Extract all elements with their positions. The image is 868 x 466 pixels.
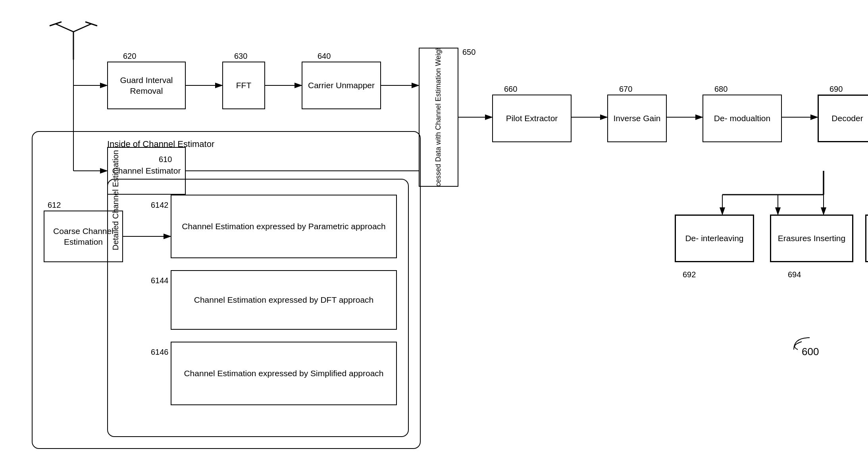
decoder-box: Decoder <box>818 95 868 142</box>
fft-id: 630 <box>234 52 247 61</box>
ce-dft-id: 6144 <box>151 276 169 285</box>
pilot-extractor-id: 660 <box>504 85 517 94</box>
diagram: Guard Interval Removal 620 FFT 630 Carri… <box>0 0 868 466</box>
pilot-extractor-box: Pilot Extractor <box>492 95 572 142</box>
multiplier-box: Multiplier for Processed Data with Chann… <box>419 48 458 187</box>
carrier-unmapper-label: Carrier Unmapper <box>308 80 375 91</box>
ce-simplified-label: Channel Estimation expressed by Simplifi… <box>184 368 383 379</box>
deinterleaving-box: De- interleaving <box>675 215 754 262</box>
multiplier-id: 650 <box>462 48 475 57</box>
demodulation-id: 680 <box>714 85 728 94</box>
decoder-id: 690 <box>830 85 843 94</box>
ce-parametric-box: Channel Estimation expressed by Parametr… <box>171 195 397 258</box>
viterbi-box: Viterbi decoding <box>865 215 868 262</box>
fft-label: FFT <box>236 80 251 91</box>
inverse-gain-id: 670 <box>619 85 632 94</box>
svg-line-22 <box>56 24 73 32</box>
carrier-unmapper-id: 640 <box>318 52 331 61</box>
deinterleaving-label: De- interleaving <box>685 233 743 244</box>
guard-interval-label: Guard Interval Removal <box>108 75 185 97</box>
antenna-icon <box>48 20 99 69</box>
guard-interval-id: 620 <box>123 52 136 61</box>
guard-interval-removal-box: Guard Interval Removal <box>107 62 186 109</box>
ce-parametric-label: Channel Estimation expressed by Parametr… <box>182 221 386 232</box>
pilot-extractor-label: Pilot Extractor <box>506 113 558 124</box>
multiplier-label: Multiplier for Processed Data with Chann… <box>433 48 443 187</box>
ce-parametric-id: 6142 <box>151 201 169 210</box>
ce-simplified-box: Channel Estimation expressed by Simplifi… <box>171 342 397 405</box>
decoder-label: Decoder <box>831 113 863 124</box>
erasures-inserting-id: 694 <box>788 270 801 279</box>
bracket-600 <box>786 334 818 354</box>
demodulation-label: De- modualtion <box>714 113 770 124</box>
erasures-inserting-label: Erasures Inserting <box>778 233 845 244</box>
ce-simplified-id: 6146 <box>151 348 169 357</box>
coarse-channel-id: 612 <box>48 201 61 210</box>
ce-dft-label: Channel Estimation expressed by DFT appr… <box>194 294 374 305</box>
fft-box: FFT <box>222 62 265 109</box>
detailed-channel-label: Detailed Channel Estimation <box>111 150 120 250</box>
svg-line-23 <box>73 24 91 32</box>
ce-dft-box: Channel Estimation expressed by DFT appr… <box>171 270 397 330</box>
demodulation-box: De- modualtion <box>702 95 782 142</box>
carrier-unmapper-box: Carrier Unmapper <box>302 62 381 109</box>
deinterleaving-id: 692 <box>683 270 696 279</box>
erasures-inserting-box: Erasures Inserting <box>770 215 853 262</box>
inverse-gain-box: Inverse Gain <box>607 95 667 142</box>
inside-channel-estimator-label: Inside of Channel Estimator <box>107 139 214 149</box>
inverse-gain-label: Inverse Gain <box>613 113 660 124</box>
